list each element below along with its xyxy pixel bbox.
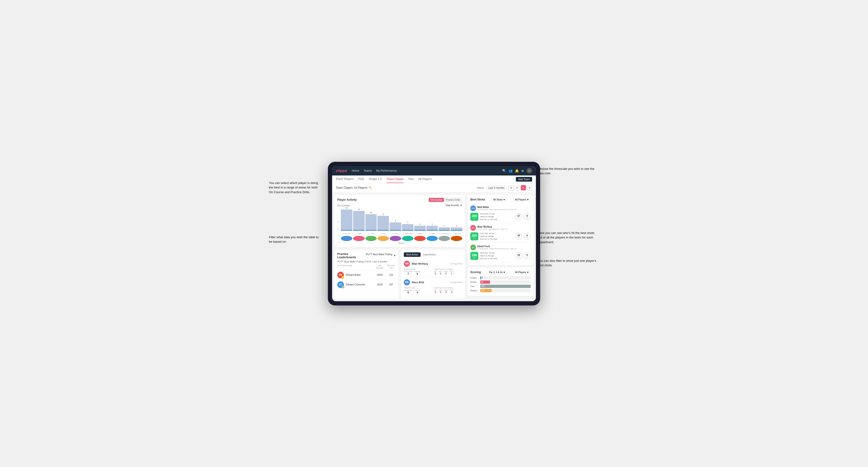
shot-card-3: DF David Ford 24 Aug 2023 · Royal North … — [470, 243, 531, 262]
tablet-screen: clippd Home Teams My Performance 🔍 👥 🔔 ⊕… — [332, 166, 536, 301]
shot-avatar-3: DF — [470, 245, 476, 250]
view-icon-grid2[interactable]: ⊞ — [508, 185, 514, 190]
tab-hcaps[interactable]: Hcaps 1-5 — [369, 176, 382, 183]
shot-stat-1b: 0 yds — [524, 213, 531, 220]
scoring-bars: Eagles 3 Birdies — [470, 276, 531, 292]
scoring-card: Scoring Par 3, 4 & 5s ▼ All Players ▼ — [467, 268, 533, 296]
lb-columns: PLAYER NAME PB SCORE PB AVG SQ — [337, 264, 396, 270]
show-label: Show: — [477, 186, 484, 189]
team-header: Team Clippd | 14 Players ✏️ Show: Last 3… — [332, 183, 536, 192]
tab-tour[interactable]: Tour — [408, 176, 413, 183]
chart-filter[interactable]: Total Rounds ▼ — [445, 204, 462, 207]
bar-4 — [390, 222, 401, 231]
shot-score-badge-1: 200 SG — [470, 213, 478, 221]
mini-avatar-2 — [365, 236, 377, 241]
active-stats-rees: Total Rounds Tournament 8 Practice — [404, 287, 462, 294]
profile-avatar[interactable]: U — [526, 168, 532, 174]
bar-group-4: 5 — [390, 220, 401, 231]
active-name-blair: Blair McHarg — [412, 262, 448, 265]
tab-pga[interactable]: PGA — [358, 176, 364, 183]
active-player-blair: BM Blair McHarg 26 Aug 2023 Total Rounds — [404, 259, 462, 277]
mini-avatar-3 — [377, 236, 389, 241]
add-team-button[interactable]: Add Team — [516, 177, 532, 182]
shot-chevron-2[interactable]: › — [530, 226, 531, 229]
stat-total-rounds-rees: Total Rounds Tournament 8 Practice — [404, 287, 432, 294]
view-icon-list[interactable]: ☰ — [527, 185, 532, 190]
mini-avatar-6 — [414, 236, 426, 241]
leaderboard-subtitle: PUTT Must Make Putting (3-6 ft). Last 3 … — [337, 260, 396, 263]
shot-player-meta-3: 24 Aug 2023 · Royal North Devon GC, Hole… — [477, 248, 528, 250]
active-avatar-rees: RB — [404, 279, 410, 285]
lb-rank-avatar-2: EC 2 — [337, 281, 344, 288]
bar-group-3: 9 — [377, 213, 389, 230]
shot-player-row-2: BM Blair McHarg 23 Jul 2023 · Ashridge G… — [470, 225, 531, 231]
scoring-bar-wrap-pars: 499 — [480, 285, 531, 288]
active-date-rees: 02 Sep 2023 — [450, 281, 462, 283]
tab-team-clippd[interactable]: Team Clippd — [386, 176, 403, 183]
shot-chevron-3[interactable]: › — [530, 246, 531, 249]
nav-link-home[interactable]: Home — [352, 168, 359, 173]
shot-stat-group-1: 67 yds 0 yds — [515, 213, 531, 220]
shot-details-1: 200 SG Shot Dist: 67 ydsStart Lie: Rough… — [470, 213, 531, 221]
shot-avatar-2: BM — [470, 225, 476, 231]
bell-icon[interactable]: 🔔 — [515, 169, 519, 173]
tab-pgat-players[interactable]: PGAT Players — [336, 176, 353, 183]
active-player-blair-header: BM Blair McHarg 26 Aug 2023 — [404, 261, 462, 267]
shot-score-badge-3: 198 SG — [470, 252, 478, 260]
bar-group-5: 4 — [402, 221, 413, 231]
people-icon[interactable]: 👥 — [508, 169, 513, 173]
toggle-on-course[interactable]: On Course — [429, 198, 444, 202]
search-icon[interactable]: 🔍 — [502, 169, 506, 173]
shot-player-row-3: DF David Ford 24 Aug 2023 · Royal North … — [470, 245, 531, 250]
bar-0 — [341, 210, 352, 231]
leaderboard-filter[interactable]: PUTT Must Make Putting ... ▼ — [366, 253, 396, 258]
add-icon[interactable]: ⊕ — [521, 169, 524, 173]
bar-group-8: 2 — [438, 225, 450, 231]
scoring-bar-bogeys: 113 — [480, 289, 492, 292]
bar-7 — [427, 226, 438, 231]
shot-player-meta-2: 23 Jul 2023 · Ashridge GC, Hole 15 — [477, 228, 528, 230]
shot-chevron-1[interactable]: › — [530, 207, 531, 210]
annotation-top-left: You can select which player is doing the… — [269, 181, 321, 195]
shot-details-2: 200 SG Shot Dist: 43 ydsStart Lie: Rough… — [470, 232, 531, 241]
shot-player-name-1: Matt Miller — [477, 206, 528, 209]
all-players-dropdown[interactable]: All Players ▼ — [514, 198, 531, 201]
active-player-rees: RB Rees Britt 02 Sep 2023 Total Rounds — [404, 277, 462, 296]
shot-player-info-1: Matt Miller 09 Jun 2023 · Royal North De… — [477, 206, 528, 211]
shot-player-row-1: MM Matt Miller 09 Jun 2023 · Royal North… — [470, 206, 531, 211]
scoring-title: Scoring — [470, 271, 481, 274]
shot-stat-1a: 67 yds — [515, 213, 522, 220]
shot-stat-3a: 16 yds — [515, 252, 522, 259]
annotation-bottom-left: Filter what data you wish the table to b… — [269, 235, 321, 244]
scoring-filter1[interactable]: Par 3, 4 & 5s ▼ — [487, 270, 507, 274]
scoring-row-pars: Pars 499 — [470, 285, 531, 288]
scoring-filter2[interactable]: All Players ▼ — [514, 270, 531, 274]
bar-group-1: 12 — [353, 208, 365, 230]
shot-stat-group-2: 43 yds 0 yds — [515, 233, 531, 240]
tab-most-active[interactable]: Most Active — [404, 252, 421, 257]
bar-chart-container: 15 10 5 0 1312109543322 — [337, 208, 462, 244]
lb-row-2: EC 2 Edward Crossman 18/20 107 — [337, 280, 396, 290]
bar-9 — [451, 227, 462, 231]
nav-link-performance[interactable]: My Performance — [376, 168, 397, 173]
nav-link-teams[interactable]: Teams — [364, 168, 372, 173]
toggle-practice-drills[interactable]: Practice Drills — [444, 198, 462, 202]
player-activity-title: Player Activity — [337, 198, 356, 201]
annotation-top-right: Choose the timescale you wish to see the… — [538, 166, 599, 176]
mini-avatar-4 — [390, 236, 401, 241]
active-avatar-blair: BM — [404, 261, 410, 267]
bar-group-6: 3 — [414, 223, 426, 231]
chart-section-label: On Course — [337, 204, 350, 207]
active-name-rees: Rees Britt — [412, 281, 448, 284]
most-active-card: Most Active Least Active BM Blair McHarg… — [401, 250, 465, 299]
show-select[interactable]: Last 3 months — [487, 186, 506, 190]
bar-group-0: 13 — [341, 207, 352, 231]
view-icon-grid4[interactable]: ⊟ — [515, 185, 520, 190]
mini-avatar-9 — [451, 236, 462, 241]
all-shots-dropdown[interactable]: All Shots ▼ — [492, 198, 507, 201]
edit-icon[interactable]: ✏️ — [369, 186, 372, 189]
tab-least-active[interactable]: Least Active — [421, 252, 438, 257]
top-nav: clippd Home Teams My Performance 🔍 👥 🔔 ⊕… — [332, 166, 536, 176]
view-icon-heart[interactable]: ♥ — [521, 185, 526, 190]
tab-all-players[interactable]: All Players — [418, 176, 432, 183]
